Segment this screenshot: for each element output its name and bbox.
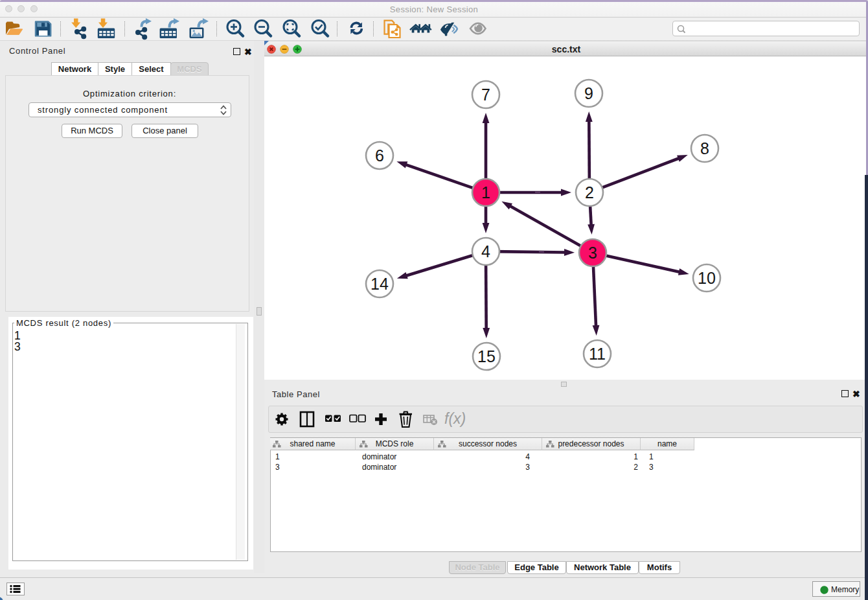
svg-text:15: 15 [477,347,496,365]
svg-text:1: 1 [481,183,490,202]
svg-text:14: 14 [371,275,389,293]
svg-text:3: 3 [588,244,597,262]
svg-text:8: 8 [700,139,709,157]
svg-text:f(x): f(x) [444,410,466,427]
svg-text:11: 11 [589,345,606,363]
svg-text:2: 2 [585,183,594,202]
svg-text:7: 7 [481,86,490,104]
svg-text:6: 6 [375,146,384,165]
svg-text:9: 9 [584,84,593,102]
svg-text:10: 10 [698,269,716,287]
svg-text:4: 4 [481,242,490,260]
